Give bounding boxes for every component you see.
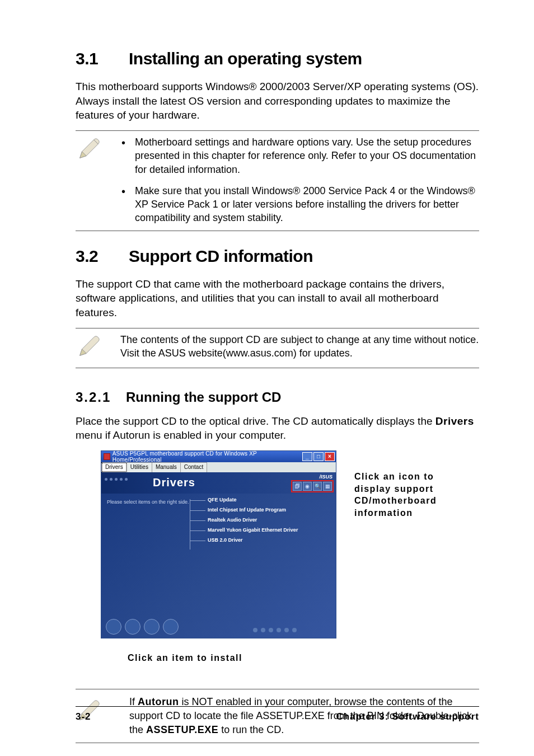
banner: Drivers /ISUS 🗐 ◉ 🔍 ▦: [101, 472, 336, 494]
heading-title: Installing an operating system: [129, 49, 362, 68]
info-icon[interactable]: 🔍: [313, 482, 322, 491]
tree-line: [190, 499, 190, 550]
driver-item[interactable]: QFE Update: [208, 497, 298, 503]
section-3-1-paragraph: This motherboard supports Windows® 2000/…: [76, 79, 479, 123]
bottom-icons: [106, 619, 179, 635]
driver-list: QFE Update Intel Chipset Inf Update Prog…: [208, 497, 298, 547]
drivers-bold: Drivers: [435, 415, 474, 427]
tab-utilities[interactable]: Utilities: [127, 462, 152, 472]
left-hint-text: Please select items on the right side.: [107, 499, 191, 506]
info-icon[interactable]: ▦: [323, 482, 332, 491]
page-footer: 3-2 Chapter 3: Software support: [76, 706, 479, 722]
page-number: 3-2: [76, 711, 91, 722]
note-block-2: The contents of the support CD are subje…: [76, 328, 479, 368]
heading-number: 3.2: [76, 247, 129, 266]
bottom-icon[interactable]: [106, 619, 121, 635]
close-button[interactable]: ×: [325, 452, 335, 461]
window-main-area: Please select items on the right side. Q…: [101, 494, 336, 638]
driver-item[interactable]: Marvell Yukon Gigabit Ethernet Driver: [208, 527, 298, 533]
note-text-part: If: [129, 696, 138, 707]
paragraph-text: menu if Autorun is enabled in your compu…: [76, 429, 286, 441]
banner-title: Drivers: [153, 476, 195, 489]
heading-title: Support CD information: [129, 247, 313, 265]
bottom-icon[interactable]: [125, 619, 140, 635]
heading-number: 3.2.1: [76, 389, 126, 405]
subsection-paragraph: Place the support CD to the optical driv…: [76, 414, 479, 443]
pencil-icon: [76, 352, 101, 361]
below-caption: Click an item to install: [128, 653, 479, 663]
decoration-dots-icon: [253, 628, 297, 632]
chapter-label: Chapter 3: Software support: [336, 711, 479, 722]
note-text: Motherboard settings and hardware option…: [120, 135, 479, 225]
app-icon: [104, 453, 110, 460]
info-icon[interactable]: 🗐: [293, 482, 302, 491]
assetup-bold: ASSETUP.EXE: [146, 724, 218, 735]
autorun-bold: Autorun: [138, 696, 179, 707]
pencil-icon: [76, 154, 101, 164]
heading-3-1: 3.1Installing an operating system: [76, 49, 479, 68]
driver-item[interactable]: Intel Chipset Inf Update Program: [208, 507, 298, 513]
info-icons-highlight: 🗐 ◉ 🔍 ▦: [291, 480, 334, 492]
tab-contact[interactable]: Contact: [180, 462, 207, 472]
tab-drivers[interactable]: Drivers: [101, 462, 127, 472]
banner-dots-icon: [105, 478, 128, 481]
window-titlebar: ASUS P5GPL motherboard support CD for Wi…: [101, 451, 336, 462]
tab-manuals[interactable]: Manuals: [152, 462, 181, 472]
note-text: The contents of the support CD are subje…: [120, 333, 479, 362]
heading-3-2-1: 3.2.1Running the support CD: [76, 389, 479, 405]
screenshot-row: ASUS P5GPL motherboard support CD for Wi…: [101, 450, 479, 638]
note-block-1: Motherboard settings and hardware option…: [76, 130, 479, 231]
note-item: Make sure that you install Windows® 2000…: [120, 184, 479, 225]
driver-item[interactable]: Realtek Audio Driver: [208, 517, 298, 523]
maximize-button[interactable]: □: [313, 452, 324, 461]
paragraph-text: Place the support CD to the optical driv…: [76, 415, 435, 427]
note-icon: [76, 333, 120, 362]
section-3-2-paragraph: The support CD that came with the mother…: [76, 277, 479, 320]
asus-logo: /ISUS: [319, 474, 332, 480]
minimize-button[interactable]: _: [302, 452, 312, 461]
window-title: ASUS P5GPL motherboard support CD for Wi…: [113, 450, 302, 463]
heading-title: Running the support CD: [126, 389, 281, 405]
bottom-icon[interactable]: [144, 619, 160, 635]
note-text-part: to run the CD.: [218, 724, 284, 735]
bottom-icon[interactable]: [163, 619, 179, 635]
heading-3-2: 3.2Support CD information: [76, 247, 479, 266]
support-cd-window: ASUS P5GPL motherboard support CD for Wi…: [101, 450, 336, 638]
note-icon: [76, 135, 120, 225]
side-caption: Click an icon to display support CD/moth…: [354, 450, 447, 638]
info-icon[interactable]: ◉: [303, 482, 312, 491]
tab-bar: Drivers Utilities Manuals Contact: [101, 462, 336, 472]
driver-item[interactable]: USB 2.0 Driver: [208, 537, 298, 543]
heading-number: 3.1: [76, 49, 129, 68]
note-item: Motherboard settings and hardware option…: [120, 135, 479, 176]
